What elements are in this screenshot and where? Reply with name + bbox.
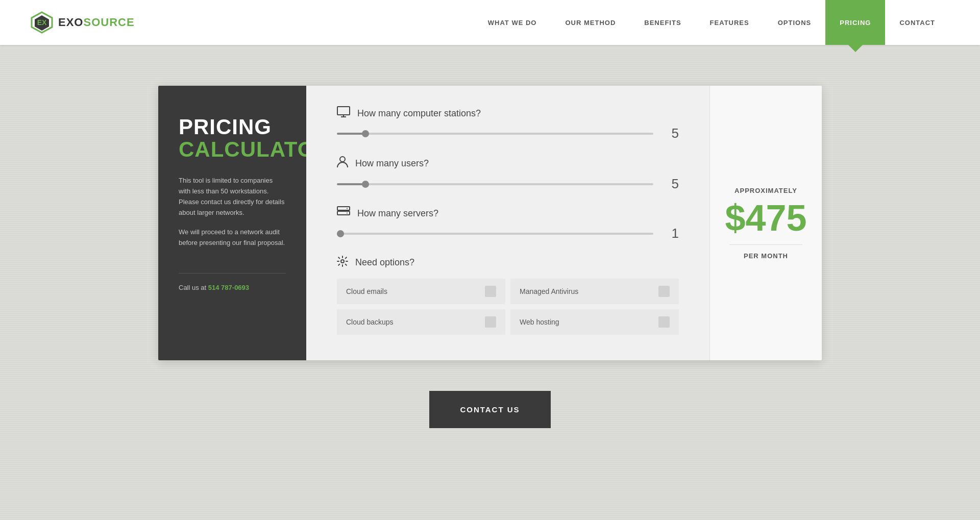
right-panel: APPROXIMATELY $475 PER MONTH <box>709 86 822 360</box>
svg-point-11 <box>341 260 344 263</box>
calculator-title: CALCULATOR <box>179 138 286 161</box>
nav-link-what-we-do[interactable]: WHAT WE DO <box>474 0 551 45</box>
slider-row-servers: How many servers? 1 <box>337 206 679 241</box>
approximately-label: APPROXIMATELY <box>734 187 797 194</box>
option-managed-antivirus-label: Managed Antivirus <box>520 287 578 295</box>
nav-link-pricing[interactable]: PRICING <box>825 0 885 45</box>
call-us-text: Call us at <box>179 284 208 291</box>
stations-value: 5 <box>664 126 679 141</box>
left-desc-2: We will proceed to a network audit befor… <box>179 227 286 249</box>
option-cloud-backups-checkbox[interactable] <box>485 316 496 328</box>
nav-link-contact[interactable]: CONTACT <box>885 0 949 45</box>
options-heading: Need options? <box>337 256 679 269</box>
left-panel: PRICING CALCULATOR This tool is limited … <box>158 86 306 360</box>
options-section: Need options? Cloud emails Managed Antiv… <box>337 256 679 335</box>
nav-item-features[interactable]: FEATURES <box>696 0 764 45</box>
option-managed-antivirus[interactable]: Managed Antivirus <box>510 279 679 304</box>
slider-label-servers: How many servers? <box>337 206 679 220</box>
calculator-card: PRICING CALCULATOR This tool is limited … <box>158 86 822 360</box>
option-web-hosting-label: Web hosting <box>520 318 559 326</box>
pricing-title: PRICING <box>179 116 286 138</box>
nav-item-our-method[interactable]: OUR METHOD <box>551 0 630 45</box>
phone-link[interactable]: 514 787-0693 <box>208 284 249 291</box>
svg-point-10 <box>347 213 348 214</box>
monitor-icon <box>337 106 350 120</box>
servers-slider[interactable] <box>337 233 653 235</box>
logo-icon: EX <box>31 11 53 34</box>
logo-text: EXOSOURCE <box>58 16 135 29</box>
option-cloud-emails-label: Cloud emails <box>346 287 387 295</box>
users-value: 5 <box>664 176 679 192</box>
slider-label-stations: How many computer stations? <box>337 106 679 120</box>
user-icon <box>337 156 348 171</box>
price-divider <box>729 244 802 245</box>
stations-label-text: How many computer stations? <box>357 108 481 119</box>
slider-row-users: How many users? 5 <box>337 156 679 192</box>
stations-slider[interactable] <box>337 133 653 135</box>
per-month-label: PER MONTH <box>744 252 788 260</box>
options-grid: Cloud emails Managed Antivirus Cloud bac… <box>337 279 679 335</box>
svg-rect-8 <box>337 211 350 215</box>
middle-panel: How many computer stations? 5 How <box>306 86 709 360</box>
servers-slider-wrapper: 1 <box>337 226 679 241</box>
svg-rect-7 <box>337 207 350 210</box>
option-cloud-emails-checkbox[interactable] <box>485 286 496 297</box>
contact-us-button[interactable]: CONTACT US <box>429 391 550 428</box>
left-desc-1: This tool is limited to companies with l… <box>179 176 286 218</box>
logo[interactable]: EX EXOSOURCE <box>31 11 135 34</box>
servers-label-text: How many servers? <box>357 208 438 219</box>
contact-btn-container: CONTACT US <box>429 391 550 428</box>
call-us: Call us at 514 787-0693 <box>179 284 286 291</box>
navbar: EX EXOSOURCE WHAT WE DO OUR METHOD BENEF… <box>0 0 980 45</box>
nav-item-pricing[interactable]: PRICING <box>825 0 885 45</box>
option-web-hosting[interactable]: Web hosting <box>510 309 679 335</box>
nav-links: WHAT WE DO OUR METHOD BENEFITS FEATURES … <box>474 0 949 45</box>
option-web-hosting-checkbox[interactable] <box>658 316 670 328</box>
users-label-text: How many users? <box>355 158 429 169</box>
left-divider <box>179 273 286 274</box>
nav-item-contact[interactable]: CONTACT <box>885 0 949 45</box>
users-slider-wrapper: 5 <box>337 176 679 192</box>
servers-value: 1 <box>664 226 679 241</box>
nav-link-features[interactable]: FEATURES <box>696 0 764 45</box>
svg-text:EX: EX <box>37 18 47 27</box>
svg-point-9 <box>347 208 348 209</box>
nav-link-our-method[interactable]: OUR METHOD <box>551 0 630 45</box>
options-label-text: Need options? <box>355 257 414 268</box>
option-cloud-backups[interactable]: Cloud backups <box>337 309 505 335</box>
stations-slider-wrapper: 5 <box>337 126 679 141</box>
main-content: PRICING CALCULATOR This tool is limited … <box>0 45 980 459</box>
option-cloud-backups-label: Cloud backups <box>346 318 394 326</box>
nav-link-options[interactable]: OPTIONS <box>764 0 826 45</box>
server-icon <box>337 206 350 220</box>
nav-item-what-we-do[interactable]: WHAT WE DO <box>474 0 551 45</box>
slider-label-users: How many users? <box>337 156 679 171</box>
option-managed-antivirus-checkbox[interactable] <box>658 286 670 297</box>
svg-point-6 <box>340 157 345 162</box>
svg-rect-3 <box>337 107 350 115</box>
nav-item-options[interactable]: OPTIONS <box>764 0 826 45</box>
slider-row-stations: How many computer stations? 5 <box>337 106 679 141</box>
nav-item-benefits[interactable]: BENEFITS <box>630 0 695 45</box>
nav-link-benefits[interactable]: BENEFITS <box>630 0 695 45</box>
option-cloud-emails[interactable]: Cloud emails <box>337 279 505 304</box>
users-slider[interactable] <box>337 183 653 185</box>
price-amount: $475 <box>725 200 806 236</box>
gear-icon <box>337 256 348 269</box>
